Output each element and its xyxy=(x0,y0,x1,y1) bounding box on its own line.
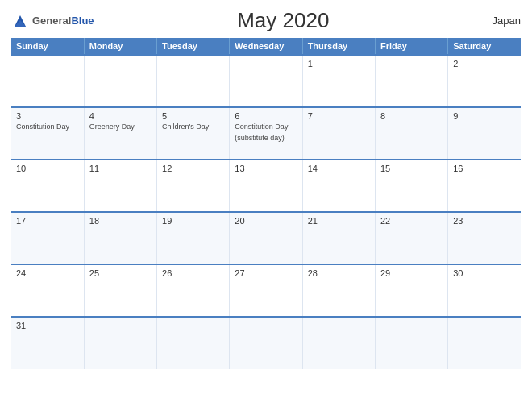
calendar-header: Sunday Monday Tuesday Wednesday Thursday… xyxy=(11,38,521,55)
day-number: 8 xyxy=(380,111,443,121)
day-number: 29 xyxy=(380,268,443,278)
day-number: 12 xyxy=(162,164,224,173)
day-cell-w0-d4: 1 xyxy=(302,55,375,107)
day-number: 24 xyxy=(16,268,79,278)
day-cell-w4-d4: 28 xyxy=(302,264,375,317)
calendar-week-4: 24252627282930 xyxy=(11,264,521,317)
day-number: 6 xyxy=(235,111,297,121)
day-cell-w1-d0: 3Constitution Day xyxy=(11,107,84,160)
day-cell-w3-d3: 20 xyxy=(230,212,302,264)
day-cell-w4-d1: 25 xyxy=(84,264,156,317)
day-cell-w5-d5 xyxy=(375,317,447,369)
calendar-title: May 2020 xyxy=(94,8,472,33)
col-saturday: Saturday xyxy=(448,38,521,55)
day-cell-w3-d2: 19 xyxy=(157,212,230,264)
col-wednesday: Wednesday xyxy=(230,38,302,55)
day-number: 9 xyxy=(453,111,516,121)
day-cell-w0-d6: 2 xyxy=(448,55,521,107)
day-cell-w0-d1 xyxy=(84,55,156,107)
calendar-week-1: 3Constitution Day4Greenery Day5Children'… xyxy=(11,107,521,160)
day-number: 26 xyxy=(162,268,224,278)
day-number: 7 xyxy=(308,111,370,121)
day-cell-w1-d1: 4Greenery Day xyxy=(84,107,156,160)
day-cell-w5-d0: 31 xyxy=(11,317,84,369)
day-cell-w4-d5: 29 xyxy=(375,264,447,317)
day-cell-w0-d2 xyxy=(157,55,230,107)
day-number: 27 xyxy=(235,268,297,278)
day-event: Children's Day xyxy=(162,122,209,131)
day-cell-w2-d3: 13 xyxy=(230,160,302,212)
day-cell-w2-d2: 12 xyxy=(157,160,230,212)
day-cell-w1-d3: 6Constitution Day (substitute day) xyxy=(230,107,302,160)
logo-text: GeneralBlue xyxy=(32,15,94,27)
day-number: 10 xyxy=(16,164,79,173)
day-number: 25 xyxy=(89,268,152,278)
day-cell-w5-d1 xyxy=(84,317,156,369)
day-number: 1 xyxy=(308,59,370,68)
day-number: 3 xyxy=(16,111,79,121)
logo: GeneralBlue xyxy=(11,12,94,30)
day-number: 2 xyxy=(453,59,516,68)
day-cell-w4-d3: 27 xyxy=(230,264,302,317)
day-cell-w3-d5: 22 xyxy=(375,212,447,264)
day-number: 14 xyxy=(308,164,370,173)
day-cell-w0-d3 xyxy=(230,55,302,107)
day-cell-w5-d3 xyxy=(230,317,302,369)
day-event: Greenery Day xyxy=(89,122,135,131)
day-cell-w2-d6: 16 xyxy=(448,160,521,212)
logo-blue-text: Blue xyxy=(71,15,94,27)
day-cell-w4-d6: 30 xyxy=(448,264,521,317)
day-number: 4 xyxy=(89,111,152,121)
calendar-week-3: 17181920212223 xyxy=(11,212,521,264)
day-cell-w3-d1: 18 xyxy=(84,212,156,264)
day-cell-w1-d5: 8 xyxy=(375,107,447,160)
page: GeneralBlue May 2020 Japan Sunday Monday… xyxy=(0,0,532,411)
day-cell-w4-d0: 24 xyxy=(11,264,84,317)
day-number: 20 xyxy=(235,216,297,226)
day-cell-w5-d4 xyxy=(302,317,375,369)
col-friday: Friday xyxy=(375,38,447,55)
day-number: 23 xyxy=(453,216,516,226)
day-number: 28 xyxy=(308,268,370,278)
day-cell-w4-d2: 26 xyxy=(157,264,230,317)
col-thursday: Thursday xyxy=(302,38,375,55)
day-event: Constitution Day xyxy=(16,122,69,131)
day-cell-w1-d6: 9 xyxy=(448,107,521,160)
day-cell-w0-d0 xyxy=(11,55,84,107)
day-number: 13 xyxy=(235,164,297,173)
day-number: 30 xyxy=(453,268,516,278)
day-number: 19 xyxy=(162,216,224,226)
day-number: 17 xyxy=(16,216,79,226)
header: GeneralBlue May 2020 Japan xyxy=(11,8,521,33)
col-sunday: Sunday xyxy=(11,38,84,55)
calendar-week-0: 12 xyxy=(11,55,521,107)
col-tuesday: Tuesday xyxy=(157,38,230,55)
day-cell-w2-d1: 11 xyxy=(84,160,156,212)
calendar-week-2: 10111213141516 xyxy=(11,160,521,212)
day-number: 16 xyxy=(453,164,516,173)
calendar-body: 123Constitution Day4Greenery Day5Childre… xyxy=(11,55,521,369)
day-cell-w3-d4: 21 xyxy=(302,212,375,264)
day-cell-w2-d0: 10 xyxy=(11,160,84,212)
col-monday: Monday xyxy=(84,38,156,55)
day-number: 18 xyxy=(89,216,152,226)
logo-general: General xyxy=(32,15,71,27)
day-number: 11 xyxy=(89,164,152,173)
day-cell-w2-d4: 14 xyxy=(302,160,375,212)
header-row: Sunday Monday Tuesday Wednesday Thursday… xyxy=(11,38,521,55)
day-number: 5 xyxy=(162,111,224,121)
country-label: Japan xyxy=(472,15,521,27)
day-number: 31 xyxy=(16,321,79,330)
day-cell-w1-d2: 5Children's Day xyxy=(157,107,230,160)
calendar-week-5: 31 xyxy=(11,317,521,369)
day-number: 15 xyxy=(380,164,443,173)
day-cell-w2-d5: 15 xyxy=(375,160,447,212)
day-cell-w3-d0: 17 xyxy=(11,212,84,264)
calendar-table: Sunday Monday Tuesday Wednesday Thursday… xyxy=(11,38,521,369)
day-cell-w5-d6 xyxy=(448,317,521,369)
day-number: 21 xyxy=(308,216,370,226)
day-number: 22 xyxy=(380,216,443,226)
day-cell-w1-d4: 7 xyxy=(302,107,375,160)
day-event: Constitution Day (substitute day) xyxy=(235,122,288,142)
day-cell-w5-d2 xyxy=(157,317,230,369)
